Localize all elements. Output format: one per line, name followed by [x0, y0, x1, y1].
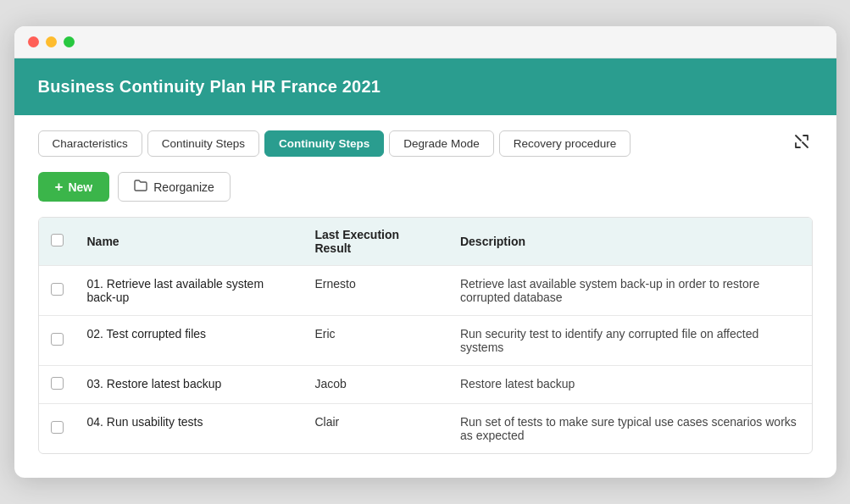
page-title: Business Continuity Plan HR France 2021	[38, 77, 813, 97]
row-1-execution: Ernesto	[303, 266, 448, 316]
header-bar: Business Continuity Plan HR France 2021	[14, 58, 836, 115]
table-row: 02. Test corrupted files Eric Run securi…	[39, 316, 812, 366]
row-1-description: Retrieve last available system back-up i…	[448, 266, 812, 316]
reorganize-button[interactable]: Reorganize	[118, 172, 231, 202]
col-name: Name	[75, 218, 303, 266]
table-row: 04. Run usability tests Clair Run set of…	[39, 404, 812, 454]
row-4-name: 04. Run usability tests	[75, 404, 303, 454]
tab-characteristics[interactable]: Characteristics	[38, 130, 142, 157]
row-2-execution: Eric	[303, 316, 448, 366]
row-3-description: Restore latest backup	[448, 366, 812, 404]
tab-bar: Characteristics Continuity Steps Continu…	[38, 130, 813, 157]
row-2-description: Run security test to identify any corrup…	[448, 316, 812, 366]
row-4-description: Run set of tests to make sure typical us…	[448, 404, 812, 454]
col-check	[39, 218, 75, 266]
data-table: Name Last Execution Result Description 0…	[38, 217, 813, 454]
main-window: Business Continuity Plan HR France 2021 …	[14, 26, 836, 478]
toolbar: + New Reorganize	[38, 172, 813, 202]
row-4-check[interactable]	[39, 404, 75, 454]
new-button[interactable]: + New	[38, 172, 110, 202]
row-2-check[interactable]	[39, 316, 75, 366]
row-1-check[interactable]	[39, 266, 75, 316]
row-3-check[interactable]	[39, 366, 75, 404]
minimize-button[interactable]	[46, 36, 57, 47]
tab-degrade-mode[interactable]: Degrade Mode	[389, 130, 493, 157]
col-execution: Last Execution Result	[303, 218, 448, 266]
tab-continuity-steps-2[interactable]: Continuity Steps	[264, 130, 384, 157]
content-area: Characteristics Continuity Steps Continu…	[14, 115, 836, 478]
folder-icon	[134, 180, 147, 194]
table-header-row: Name Last Execution Result Description	[39, 218, 812, 266]
col-description: Description	[448, 218, 812, 266]
plus-icon: +	[55, 180, 64, 194]
close-button[interactable]	[28, 36, 39, 47]
titlebar	[14, 26, 836, 58]
row-4-execution: Clair	[303, 404, 448, 454]
row-3-execution: Jacob	[303, 366, 448, 404]
header-checkbox[interactable]	[51, 234, 64, 246]
tab-recovery-procedure[interactable]: Recovery procedure	[499, 130, 631, 157]
tab-continuity-steps-1[interactable]: Continuity Steps	[147, 130, 259, 157]
new-button-label: New	[68, 180, 92, 194]
row-1-name: 01. Retrieve last available system back-…	[75, 266, 303, 316]
row-3-name: 03. Restore latest backup	[75, 366, 303, 404]
reorganize-label: Reorganize	[153, 180, 214, 194]
maximize-button[interactable]	[64, 36, 75, 47]
expand-button[interactable]	[791, 130, 813, 157]
row-2-name: 02. Test corrupted files	[75, 316, 303, 366]
table-row: 01. Retrieve last available system back-…	[39, 266, 812, 316]
table-row: 03. Restore latest backup Jacob Restore …	[39, 366, 812, 404]
